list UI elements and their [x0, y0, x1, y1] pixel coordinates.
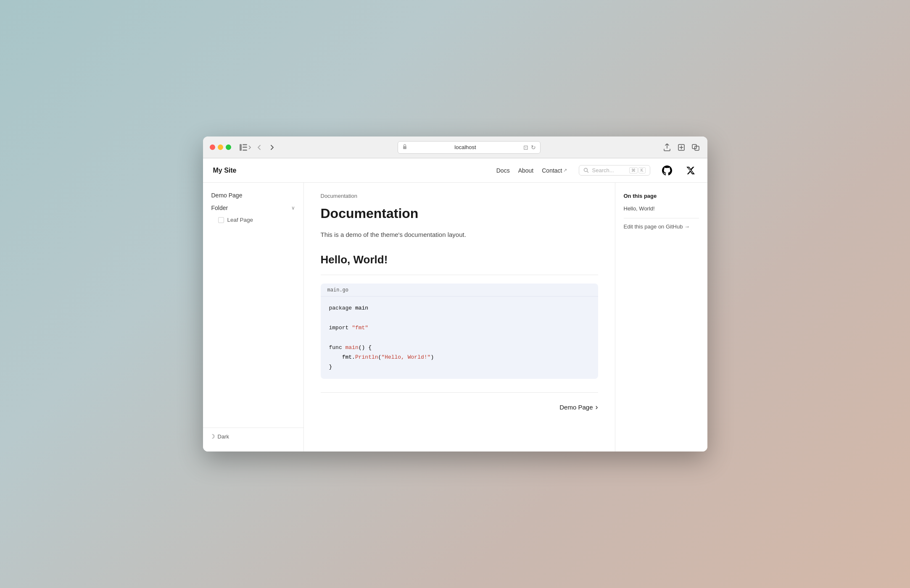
code-line-close: }: [329, 362, 590, 372]
svg-rect-3: [243, 150, 247, 151]
code-body: package main import "fmt" func main() { …: [321, 297, 598, 379]
edit-page-link[interactable]: Edit this page on GitHub →: [624, 223, 699, 230]
footer-divider: [321, 392, 598, 393]
reader-icon[interactable]: ⊡: [523, 144, 528, 151]
search-icon: [583, 168, 589, 173]
twitter-x-link[interactable]: [684, 164, 697, 177]
share-button[interactable]: [662, 142, 672, 152]
new-tab-button[interactable]: [676, 142, 686, 152]
svg-rect-2: [243, 147, 247, 148]
right-panel: On this page Hello, World! Edit this pag…: [615, 183, 707, 452]
nav-about[interactable]: About: [518, 167, 534, 174]
code-line-blank-1: [329, 313, 590, 323]
code-filename: main.go: [321, 284, 598, 297]
sidebar-item-folder[interactable]: Folder ∨: [206, 202, 300, 214]
address-icons: ⊡ ↻: [523, 144, 536, 151]
code-line-1: package main: [329, 303, 590, 313]
site-header: My Site Docs About Contact ↗ Search... ⌘: [203, 158, 707, 183]
code-line-blank-2: [329, 333, 590, 342]
code-line-println: fmt.Println("Hello, World!"): [329, 352, 590, 362]
site-nav: Docs About Contact ↗ Search... ⌘ K: [496, 164, 697, 177]
svg-rect-6: [692, 144, 696, 149]
forward-button[interactable]: [267, 143, 277, 152]
sidebar-sub-item-label: Leaf Page: [227, 217, 253, 223]
sidebar-item-leaf-page[interactable]: Leaf Page: [206, 215, 300, 225]
sidebar-toggle-button[interactable]: [240, 143, 251, 152]
main-layout: Demo Page Folder ∨ Leaf Page ☽ Dark: [203, 183, 707, 452]
next-arrow-icon: ›: [596, 403, 598, 412]
svg-rect-1: [243, 144, 247, 145]
tabs-button[interactable]: [691, 142, 701, 152]
next-page-button[interactable]: Demo Page ›: [559, 403, 598, 412]
browser-controls: [240, 143, 277, 152]
svg-point-8: [584, 168, 587, 172]
github-link[interactable]: [660, 164, 674, 177]
sidebar-nav: Demo Page Folder ∨ Leaf Page: [203, 189, 303, 226]
main-content: Documentation Documentation This is a de…: [304, 183, 615, 452]
page-navigation: Demo Page ›: [321, 403, 598, 422]
svg-rect-4: [403, 146, 406, 149]
dark-mode-label: Dark: [218, 433, 229, 440]
code-block: main.go package main import "fmt" func m…: [321, 284, 598, 379]
code-line-import: import "fmt": [329, 323, 590, 333]
url-text: localhost: [411, 144, 520, 150]
nav-docs[interactable]: Docs: [496, 167, 510, 174]
back-button[interactable]: [255, 143, 264, 152]
code-line-func: func main() {: [329, 343, 590, 352]
chevron-down-icon: ∨: [291, 205, 295, 211]
site-logo[interactable]: My Site: [213, 167, 237, 174]
sidebar-item-demo-page[interactable]: Demo Page: [206, 189, 300, 201]
close-button[interactable]: [210, 144, 215, 150]
breadcrumb: Documentation: [321, 193, 598, 199]
dark-mode-toggle[interactable]: ☽ Dark: [210, 433, 297, 440]
next-page-label: Demo Page: [559, 404, 593, 411]
external-link-icon: ↗: [563, 168, 567, 173]
section-title: Hello, World!: [321, 253, 598, 266]
site-content: My Site Docs About Contact ↗ Search... ⌘: [203, 158, 707, 452]
toc-item-hello-world[interactable]: Hello, World!: [624, 204, 699, 213]
toc-title: On this page: [624, 193, 699, 199]
address-bar[interactable]: localhost ⊡ ↻: [398, 141, 541, 154]
browser-window: localhost ⊡ ↻: [203, 136, 707, 452]
search-keyboard-shortcut: ⌘ K: [629, 167, 646, 173]
page-icon: [218, 217, 224, 223]
traffic-lights: [210, 144, 231, 150]
sidebar-footer: ☽ Dark: [203, 428, 303, 445]
maximize-button[interactable]: [226, 144, 231, 150]
svg-rect-0: [240, 144, 242, 151]
search-box[interactable]: Search... ⌘ K: [579, 165, 650, 176]
address-bar-container: localhost ⊡ ↻: [282, 141, 657, 154]
browser-chrome: localhost ⊡ ↻: [203, 136, 707, 158]
svg-rect-7: [695, 146, 699, 150]
search-placeholder: Search...: [592, 167, 626, 173]
section-divider: [321, 275, 598, 275]
moon-icon: ☽: [210, 433, 215, 440]
minimize-button[interactable]: [218, 144, 223, 150]
nav-contact[interactable]: Contact ↗: [542, 167, 567, 174]
sidebar-item-label: Demo Page: [211, 192, 295, 199]
toc-divider: [624, 218, 699, 218]
sidebar: Demo Page Folder ∨ Leaf Page ☽ Dark: [203, 183, 304, 452]
page-title: Documentation: [321, 206, 598, 221]
browser-actions: [662, 142, 701, 152]
page-description: This is a demo of the theme's documentat…: [321, 230, 598, 240]
reload-icon[interactable]: ↻: [531, 144, 536, 151]
lock-icon: [402, 144, 407, 151]
sidebar-item-label: Folder: [211, 205, 291, 211]
